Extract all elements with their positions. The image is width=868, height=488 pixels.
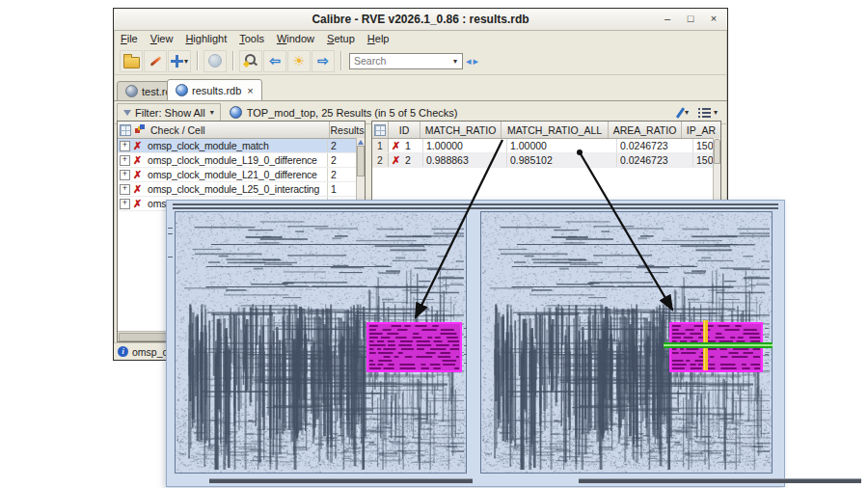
results-summary-text: TOP_mod_top, 25 Results (in 5 of 5 Check…: [247, 107, 458, 119]
tab-label: results.rdb: [192, 85, 241, 96]
dropdown-arrow-icon: ▾: [685, 108, 689, 117]
expander-icon[interactable]: +: [120, 141, 130, 151]
world-icon: [208, 54, 222, 68]
check-results-count: 2: [327, 139, 357, 152]
menu-setup[interactable]: Setup: [327, 33, 355, 44]
match-ratio-all-value: 0.985102: [506, 153, 616, 167]
tab-results-rdb[interactable]: results.rdb ×: [167, 79, 262, 101]
header-check-cell[interactable]: Check / Cell: [149, 122, 329, 138]
scroll-up-icon[interactable]: [358, 140, 364, 145]
window-title: Calibre - RVE v2026.1_0.86 : results.rdb: [312, 13, 529, 26]
edit-highlights-button[interactable]: ▾: [679, 107, 689, 119]
result-row[interactable]: 1 ✗ 1 1.00000 1.00000 0.0246723 1509.38: [372, 139, 720, 153]
result-row[interactable]: 2 ✗ 2 0.988863 0.985102 0.0246723 1509.3…: [372, 153, 720, 168]
screenshot-stage: Calibre - RVE v2026.1_0.86 : results.rdb…: [0, 0, 868, 488]
menubar: File View Highlight Tools Window Setup H…: [114, 31, 727, 46]
view-options-button[interactable]: ▾: [698, 107, 718, 118]
result-id: 2: [403, 153, 422, 167]
menu-file[interactable]: File: [121, 33, 138, 44]
menu-highlight[interactable]: Highlight: [185, 33, 227, 44]
check-results-count: 1: [327, 182, 357, 196]
search-input[interactable]: [349, 53, 463, 69]
layout-hscrollbar-left[interactable]: [209, 478, 473, 483]
minimize-button[interactable]: –: [660, 12, 675, 26]
checks-table-header: Check / Cell Results: [118, 122, 365, 139]
expander-icon[interactable]: +: [120, 170, 130, 180]
highlight-brush-button[interactable]: [144, 50, 167, 72]
check-row[interactable]: + ✗ omsp_clock_module_L25_0_interacting …: [118, 182, 365, 197]
sun-icon: ☀: [293, 54, 306, 68]
report-icon: [118, 122, 132, 138]
check-row[interactable]: + ✗ omsp_clock_module_L21_0_difference 2: [118, 168, 365, 182]
menu-view[interactable]: View: [150, 33, 174, 44]
header-match-ratio[interactable]: MATCH_RATIO: [420, 122, 501, 138]
funnel-icon: [123, 110, 131, 116]
layout-hscrollbar-right[interactable]: [579, 478, 861, 483]
header-match-ratio-all[interactable]: MATCH_RATIO_ALL: [501, 122, 608, 138]
tab-close-icon[interactable]: ×: [247, 85, 253, 96]
check-results-count: 2: [327, 168, 357, 181]
highlight-brush-icon: [149, 56, 161, 67]
check-name: omsp_clock_module_L19_0_difference: [145, 153, 327, 167]
error-icon: ✗: [133, 170, 142, 180]
toolbar-separator: [232, 51, 234, 70]
match-ratio-all-value: 1.00000: [506, 139, 616, 152]
toolbar: ▾ ⇦ ☀ ⇨ ▾ ◂▸: [114, 47, 727, 75]
previous-arrow-icon: ⇦: [269, 54, 281, 68]
previous-highlight-button[interactable]: ⇦: [263, 50, 286, 72]
check-name: omsp_clock_module_L21_0_difference: [145, 168, 327, 181]
header-id[interactable]: ID: [388, 122, 420, 138]
window-controls: – □ ×: [660, 12, 721, 26]
layout-view-left[interactable]: [175, 211, 467, 474]
check-results-count: 2: [327, 153, 357, 167]
open-folder-button[interactable]: [120, 50, 143, 72]
world-button[interactable]: [203, 50, 227, 72]
toolbar-separator: [340, 51, 342, 70]
next-highlight-button[interactable]: ⇨: [312, 50, 335, 72]
search-prev-next-icons[interactable]: ◂▸: [466, 55, 480, 68]
header-results[interactable]: Results: [329, 122, 365, 138]
dropdown-arrow-icon: ▾: [714, 108, 718, 117]
menu-window[interactable]: Window: [277, 33, 314, 44]
menu-help[interactable]: Help: [367, 33, 390, 44]
dropdown-arrow-icon: ▾: [184, 57, 188, 66]
search-box: ▾ ◂▸: [349, 53, 480, 69]
expander-icon[interactable]: +: [120, 184, 130, 195]
maximize-button[interactable]: □: [683, 12, 698, 26]
close-button[interactable]: ×: [706, 12, 721, 26]
ruler-tick: [168, 233, 173, 234]
list-icon: [698, 107, 711, 118]
check-row[interactable]: + ✗ omsp_clock_module_L19_0_difference 2: [118, 153, 365, 168]
zoom-to-highlight-button[interactable]: ▾: [168, 50, 191, 72]
results-table-header: ID MATCH_RATIO MATCH_RATIO_ALL AREA_RATI…: [372, 122, 720, 139]
header-area-ratio[interactable]: AREA_RATIO: [608, 122, 681, 138]
error-icon: ✗: [392, 141, 400, 151]
search-dropdown-icon[interactable]: ▾: [453, 57, 457, 66]
row-number: 1: [372, 139, 389, 152]
layout-view-right[interactable]: [480, 211, 773, 474]
result-id: 1: [403, 139, 422, 152]
layout-top-scrollbar[interactable]: [173, 203, 778, 210]
next-arrow-icon: ⇨: [317, 54, 329, 68]
search-highlight-button[interactable]: [239, 50, 262, 72]
error-icon: ✗: [133, 184, 142, 195]
expander-icon[interactable]: +: [120, 155, 130, 166]
check-name: omsp_clock_module_L25_0_interacting: [145, 182, 327, 196]
scroll-thumb[interactable]: [357, 146, 365, 176]
header-ip-ar[interactable]: IP_AR: [681, 122, 720, 138]
report-icon: [372, 122, 388, 138]
check-name: omsp_clock_module_match: [145, 139, 327, 152]
menu-tools[interactable]: Tools: [239, 33, 264, 44]
check-row[interactable]: + ✗ omsp_clock_module_match 2: [118, 139, 365, 153]
filter-label: Filter: Show All: [135, 107, 205, 119]
scroll-thumb[interactable]: [714, 139, 720, 164]
expander-icon[interactable]: +: [120, 199, 130, 209]
clear-highlights-button[interactable]: ☀: [287, 50, 311, 72]
error-icon: ✗: [133, 155, 142, 166]
info-icon: i: [118, 346, 128, 357]
dropdown-arrow-icon: ▾: [210, 108, 214, 117]
filter-row-tools: ▾ ▾: [679, 107, 718, 119]
tabstrip: test.rdb results.rdb ×: [114, 75, 727, 101]
error-icon: ✗: [133, 141, 142, 151]
area-ratio-value: 0.0246723: [616, 153, 692, 167]
